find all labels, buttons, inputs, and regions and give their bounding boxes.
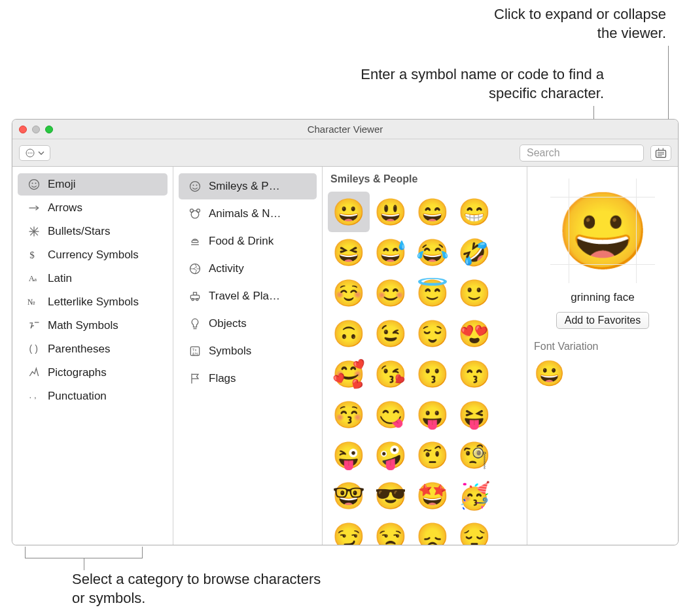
emoji-cell[interactable]: 😘 — [370, 354, 412, 394]
emoji-cell[interactable]: 😄 — [412, 192, 453, 232]
emoji-cell[interactable]: 😀 — [328, 192, 370, 232]
sidebar-item-emoji[interactable]: Emoji — [18, 173, 168, 196]
emoji-cell[interactable]: 😍 — [453, 313, 495, 354]
emoji-cell[interactable]: 😛 — [412, 394, 453, 435]
emoji-cell[interactable]: 😚 — [328, 394, 370, 435]
character-viewer-window: Character Viewer EmojiArrowsBullets/Star… — [12, 119, 679, 545]
subcategory-item-food-drink[interactable]: Food & Drink — [179, 228, 317, 254]
svg-point-35 — [192, 298, 194, 300]
sidebar-item-math-symbols[interactable]: Math Symbols — [18, 315, 168, 337]
emoji-cell[interactable]: 🤩 — [412, 475, 453, 516]
emoji-cell[interactable]: 🤓 — [328, 475, 370, 516]
minimize-button[interactable] — [32, 126, 40, 133]
emoji-cell[interactable]: 😜 — [328, 435, 370, 475]
emoji-cell[interactable]: 🥳 — [453, 475, 495, 516]
emoji-cell[interactable]: 🙂 — [453, 273, 495, 313]
close-button[interactable] — [19, 126, 27, 133]
search-field[interactable] — [520, 145, 644, 162]
svg-rect-37 — [194, 292, 197, 295]
currency-icon: $ — [27, 248, 41, 262]
svg-point-27 — [190, 182, 200, 192]
emoji-cell[interactable]: 😞 — [412, 516, 453, 545]
subcategory-item-label: Food & Drink — [209, 235, 274, 248]
sidebar-item-label: Parentheses — [48, 343, 110, 356]
emoji-cell[interactable]: 🤣 — [453, 232, 495, 273]
window-title: Character Viewer — [12, 124, 678, 135]
emoji-cell[interactable]: 🤨 — [412, 435, 453, 475]
svg-text:&%: &% — [192, 352, 198, 356]
subcategory-list: Smileys & P…Animals & N…Food & DrinkActi… — [173, 167, 323, 545]
subcategory-item-label: Flags — [209, 372, 236, 385]
font-variation-glyph[interactable]: 😀 — [534, 359, 671, 388]
emoji-cell[interactable]: 😃 — [370, 192, 412, 232]
emoji-cell[interactable]: 🙃 — [328, 313, 370, 354]
collapse-viewer-button[interactable] — [650, 145, 671, 161]
emoji-cell[interactable]: 😋 — [370, 394, 412, 435]
emoji-cell[interactable]: 😎 — [370, 475, 412, 516]
emoji-cell[interactable]: ☺️ — [328, 273, 370, 313]
sidebar-item-pictographs[interactable]: Pictographs — [18, 362, 168, 384]
svg-text:№: № — [27, 298, 35, 307]
emoji-cell[interactable]: 😔 — [453, 516, 495, 545]
sidebar-item-latin[interactable]: AaLatin — [18, 267, 168, 290]
emoji-cell[interactable]: 😆 — [328, 232, 370, 273]
svg-point-1 — [28, 152, 29, 154]
smiley-icon — [188, 179, 202, 194]
animal-icon — [188, 207, 202, 221]
emoji-cell[interactable]: 😙 — [453, 354, 495, 394]
chevron-down-icon — [38, 151, 44, 155]
sidebar-item-letterlike-symbols[interactable]: №Letterlike Symbols — [18, 291, 168, 313]
emoji-cell[interactable]: 😝 — [453, 394, 495, 435]
font-variation-label: Font Variation — [534, 341, 671, 352]
category-sidebar: EmojiArrowsBullets/Stars$Currency Symbol… — [12, 167, 173, 545]
zoom-button[interactable] — [45, 126, 53, 133]
svg-text:( ): ( ) — [29, 343, 38, 354]
subcategory-item-flags[interactable]: Flags — [179, 366, 317, 392]
emoji-cell[interactable]: 😊 — [370, 273, 412, 313]
emoji-cell[interactable]: 😉 — [370, 313, 412, 354]
emoji-cell[interactable]: 😒 — [370, 516, 412, 545]
subcategory-item-smileys-p-[interactable]: Smileys & P… — [179, 173, 317, 199]
search-input[interactable] — [527, 147, 658, 159]
subcategory-item-objects[interactable]: Objects — [179, 311, 317, 337]
subcategory-item-activity[interactable]: Activity — [179, 256, 317, 282]
emoji-cell[interactable]: 😅 — [370, 232, 412, 273]
sidebar-item-arrows[interactable]: Arrows — [18, 197, 168, 219]
options-icon — [25, 148, 35, 158]
emoji-cell[interactable]: 😗 — [412, 354, 453, 394]
subcategory-item-symbols[interactable]: Tx&%Symbols — [179, 338, 317, 364]
sidebar-item-label: Letterlike Symbols — [48, 296, 139, 309]
svg-point-12 — [29, 180, 39, 190]
sidebar-item-parentheses[interactable]: ( )Parentheses — [18, 338, 168, 360]
subcategory-item-label: Smileys & P… — [209, 180, 280, 193]
sidebar-item-currency-symbols[interactable]: $Currency Symbols — [18, 244, 168, 266]
emoji-icon — [27, 177, 41, 192]
sidebar-item-punctuation[interactable]: . ,Punctuation — [18, 385, 168, 407]
character-grid-pane: Smileys & People 😀😃😄😁😆😅😂🤣☺️😊😇🙂🙃😉😌😍🥰😘😗😙😚😋… — [323, 167, 527, 545]
emoji-cell[interactable]: 🧐 — [453, 435, 495, 475]
picto-icon — [27, 366, 41, 380]
sidebar-item-label: Punctuation — [48, 390, 107, 403]
subcategory-item-travel-pla-[interactable]: Travel & Pla… — [179, 283, 317, 309]
flags-icon — [188, 371, 202, 386]
emoji-cell[interactable]: 🤪 — [370, 435, 412, 475]
svg-point-3 — [31, 152, 33, 154]
sidebar-item-bullets-stars[interactable]: Bullets/Stars — [18, 220, 168, 243]
emoji-cell[interactable]: 😁 — [453, 192, 495, 232]
subcategory-item-animals-n-[interactable]: Animals & N… — [179, 201, 317, 227]
emoji-cell[interactable]: 😌 — [412, 313, 453, 354]
letterlike-icon: № — [27, 295, 41, 309]
add-to-favorites-button[interactable]: Add to Favorites — [556, 312, 650, 329]
callout-category-bracket — [25, 547, 143, 558]
emoji-cell[interactable]: 🥰 — [328, 354, 370, 394]
emoji-cell[interactable]: 😂 — [412, 232, 453, 273]
math-icon — [27, 318, 41, 333]
food-icon — [188, 234, 202, 248]
svg-text:$: $ — [29, 250, 35, 260]
latin-icon: Aa — [27, 271, 41, 286]
options-menu-button[interactable] — [19, 145, 50, 161]
sidebar-item-label: Math Symbols — [48, 319, 118, 332]
selected-emoji-preview: 😀 — [550, 179, 655, 283]
emoji-cell[interactable]: 😇 — [412, 273, 453, 313]
emoji-cell[interactable]: 😏 — [328, 516, 370, 545]
